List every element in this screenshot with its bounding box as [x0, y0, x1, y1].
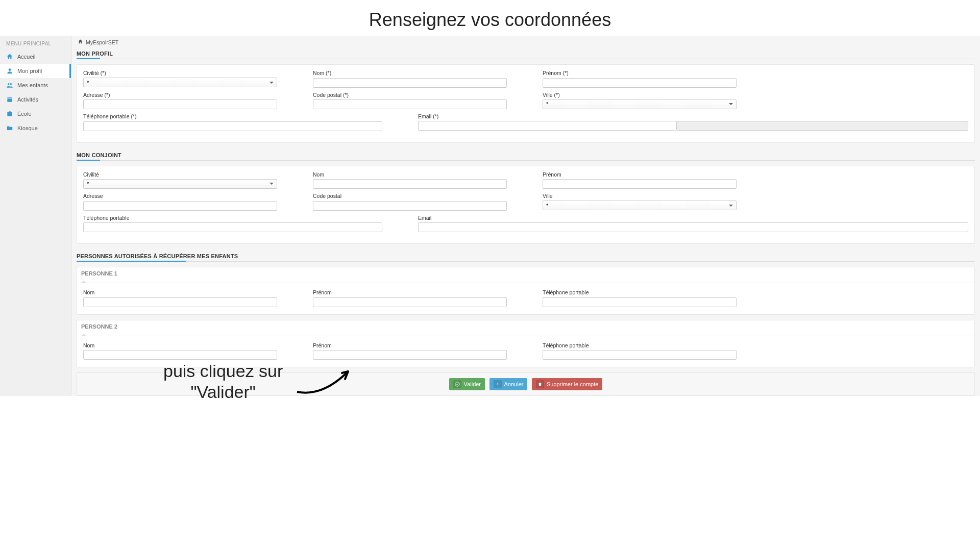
label-ville: Ville (*)	[543, 92, 737, 98]
input-telephone[interactable]	[83, 121, 382, 131]
sidebar-item-activites[interactable]: Activités	[0, 92, 71, 107]
chevron-down-icon	[270, 82, 274, 84]
select-ville[interactable]: *	[543, 99, 737, 109]
label-prenom: Prénom (*)	[543, 70, 737, 76]
validate-label: Valider	[464, 381, 481, 387]
check-circle-icon	[453, 380, 461, 388]
label-civilite-conjoint: Civilité	[83, 171, 277, 178]
app-wrapper: MENU PRINCIPAL Accueil Mon profil Mes en…	[0, 36, 980, 396]
label-p1-prenom: Prénom	[313, 289, 507, 295]
label-adresse: Adresse (*)	[83, 92, 277, 98]
label-telephone: Téléphone portable (*)	[83, 113, 382, 119]
section-personnes-title: PERSONNES AUTORISÉES À RÉCUPÉRER MES ENF…	[77, 251, 975, 262]
sidebar-item-label: Accueil	[17, 54, 35, 60]
input-adresse[interactable]	[83, 99, 277, 109]
sidebar-item-label: Activités	[17, 96, 38, 103]
label-cp-conjoint: Code postal	[313, 193, 507, 199]
section-mon-conjoint-title: MON CONJOINT	[77, 150, 975, 161]
input-p1-nom[interactable]	[83, 297, 277, 307]
label-telephone-conjoint: Téléphone portable	[83, 215, 382, 221]
panel-mon-conjoint: Civilité * Nom Prénom Adresse C	[77, 166, 975, 244]
sidebar-item-label: École	[17, 111, 32, 117]
input-p2-prenom[interactable]	[313, 350, 507, 360]
sidebar-item-mon-profil[interactable]: Mon profil	[0, 64, 71, 78]
label-p2-tel: Téléphone portable	[543, 342, 737, 348]
input-email[interactable]	[418, 121, 677, 131]
arrow-icon	[292, 364, 358, 399]
briefcase-icon	[6, 110, 13, 117]
home-icon	[6, 53, 13, 60]
input-nom-conjoint[interactable]	[313, 179, 507, 189]
annotation-bottom-text: puis cliquez sur "Valider"	[163, 361, 283, 403]
annotation-line2: "Valider"	[190, 382, 255, 402]
personne-2-header: PERSONNE 2	[77, 320, 974, 336]
annotation-bottom: puis cliquez sur "Valider"	[163, 361, 358, 403]
sidebar-header: MENU PRINCIPAL	[0, 36, 71, 49]
label-ville-conjoint: Ville	[543, 193, 737, 199]
sidebar-item-label: Mes enfants	[17, 82, 48, 88]
label-p2-nom: Nom	[83, 342, 277, 348]
triangle-up-icon	[81, 334, 86, 336]
input-adresse-conjoint[interactable]	[83, 201, 277, 211]
label-prenom-conjoint: Prénom	[543, 171, 737, 178]
triangle-up-icon	[81, 281, 86, 283]
svg-point-0	[455, 382, 459, 386]
panel-mon-profil: Civilité (*) * Nom (*) Prénom (*) Adress…	[77, 64, 975, 143]
section-mon-profil-title: MON PROFIL	[77, 48, 975, 59]
input-prenom-conjoint[interactable]	[543, 179, 737, 189]
input-email-confirm	[677, 121, 968, 131]
chevron-down-icon	[729, 103, 733, 105]
annotation-line1: puis cliquez sur	[163, 361, 283, 381]
validate-button[interactable]: Valider	[449, 378, 485, 390]
arrow-left-icon	[494, 380, 502, 388]
input-nom[interactable]	[313, 78, 507, 88]
page-annotation-top: Renseignez vos coordonnées	[0, 0, 980, 36]
select-civilite-conjoint[interactable]: *	[83, 179, 277, 189]
sidebar-item-accueil[interactable]: Accueil	[0, 49, 71, 64]
select-ville-conjoint[interactable]: *	[543, 201, 737, 210]
label-adresse-conjoint: Adresse	[83, 193, 277, 199]
label-email: Email (*)	[418, 113, 968, 119]
personne-1-label: PERSONNE 1	[81, 270, 117, 277]
breadcrumb-text: MyEspoirSET	[86, 39, 118, 45]
select-value: *	[546, 203, 548, 209]
sidebar-item-kiosque[interactable]: Kiosque	[0, 121, 71, 135]
delete-account-button[interactable]: Supprimer le compte	[532, 378, 603, 390]
select-value: *	[546, 101, 548, 107]
input-cp-conjoint[interactable]	[313, 201, 507, 211]
panel-personne-1: PERSONNE 1 Nom Prénom Téléphone portable	[77, 267, 975, 315]
personne-1-header: PERSONNE 1	[77, 267, 974, 283]
users-icon	[6, 82, 13, 89]
chevron-down-icon	[270, 183, 274, 185]
input-telephone-conjoint[interactable]	[83, 222, 382, 232]
label-p1-tel: Téléphone portable	[543, 289, 737, 295]
input-p1-prenom[interactable]	[313, 297, 507, 307]
panel-personne-2: PERSONNE 2 Nom Prénom Téléphone portable	[77, 320, 975, 368]
calendar-icon	[6, 96, 13, 103]
input-p2-nom[interactable]	[83, 350, 277, 360]
sidebar-item-label: Kiosque	[17, 125, 38, 131]
delete-label: Supprimer le compte	[547, 381, 599, 387]
input-prenom[interactable]	[543, 78, 737, 88]
sidebar-item-label: Mon profil	[17, 68, 42, 74]
input-p2-tel[interactable]	[543, 350, 737, 360]
breadcrumb: MyEspoirSET	[77, 36, 975, 48]
folder-icon	[6, 124, 13, 132]
chevron-down-icon	[729, 205, 733, 207]
user-icon	[6, 67, 13, 74]
cancel-button[interactable]: Annuler	[489, 378, 528, 390]
label-civilite: Civilité (*)	[83, 70, 277, 76]
select-value: *	[87, 181, 89, 187]
sidebar-item-ecole[interactable]: École	[0, 107, 71, 121]
select-value: *	[87, 80, 89, 86]
input-cp[interactable]	[313, 99, 507, 109]
sidebar: MENU PRINCIPAL Accueil Mon profil Mes en…	[0, 36, 71, 396]
label-p2-prenom: Prénom	[313, 342, 507, 348]
input-p1-tel[interactable]	[543, 297, 737, 307]
label-cp: Code postal (*)	[313, 92, 507, 98]
home-icon	[78, 39, 83, 45]
select-civilite[interactable]: *	[83, 78, 277, 87]
input-email-conjoint[interactable]	[418, 222, 968, 232]
sidebar-item-mes-enfants[interactable]: Mes enfants	[0, 78, 71, 92]
label-email-conjoint: Email	[418, 215, 968, 221]
